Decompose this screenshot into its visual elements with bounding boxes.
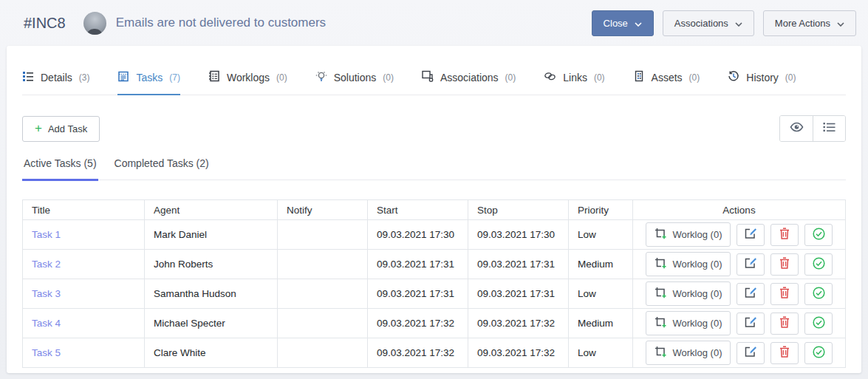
eye-icon: [790, 122, 804, 135]
ticket-detail-card: Details (3) Tasks (7): [7, 46, 861, 373]
assets-icon: [633, 70, 645, 84]
tab-tasks[interactable]: Tasks (7): [117, 70, 180, 95]
tab-count: (7): [169, 72, 180, 83]
worklog-button[interactable]: Worklog (0): [646, 311, 731, 335]
tab-count: (0): [689, 72, 700, 83]
worklog-button[interactable]: Worklog (0): [646, 252, 731, 276]
delete-task-button[interactable]: [770, 313, 799, 335]
edit-task-button[interactable]: [737, 224, 765, 246]
column-header-actions: Actions: [633, 200, 846, 220]
ticket-id: #INC8: [24, 15, 66, 32]
complete-task-button[interactable]: [804, 224, 833, 246]
edit-task-button[interactable]: [737, 313, 765, 335]
requester-avatar: [83, 12, 106, 35]
tasks-icon: [117, 70, 129, 84]
tab-links[interactable]: Links (0): [544, 70, 604, 95]
view-toggle-group: [779, 115, 846, 142]
task-agent: Michael Specter: [145, 309, 278, 338]
tab-associations[interactable]: Associations (0): [422, 70, 516, 95]
tab-count: (0): [383, 72, 394, 83]
tab-solutions[interactable]: Solutions (0): [315, 70, 394, 95]
associations-button-label: Associations: [674, 18, 728, 29]
task-agent: Mark Daniel: [145, 220, 278, 250]
edit-task-button[interactable]: [737, 283, 765, 305]
worklog-button-label: Worklog (0): [673, 229, 722, 240]
task-notify: [278, 250, 368, 279]
task-title-link[interactable]: Task 1: [32, 229, 61, 240]
associations-button[interactable]: Associations: [663, 10, 754, 36]
table-header-row: Title Agent Notify Start Stop Priority A…: [23, 200, 846, 220]
tab-details[interactable]: Details (3): [22, 70, 89, 95]
task-priority: Low: [569, 279, 633, 309]
task-start: 09.03.2021 17:30: [368, 220, 468, 250]
task-notify: [278, 338, 368, 368]
worklog-button-label: Worklog (0): [673, 288, 722, 299]
tab-count: (0): [785, 72, 796, 83]
task-title-link[interactable]: Task 2: [32, 259, 61, 270]
task-title-link[interactable]: Task 3: [32, 288, 61, 299]
table-row: Task 4 Michael Specter 09.03.2021 17:32 …: [23, 309, 846, 338]
more-actions-button-label: More Actions: [775, 18, 830, 29]
table-row: Task 2 John Roberts 09.03.2021 17:31 09.…: [23, 250, 846, 279]
tasks-toolbar: + Add Task: [22, 115, 846, 142]
check-circle-icon: [813, 316, 825, 331]
worklog-button[interactable]: Worklog (0): [646, 222, 731, 247]
edit-icon: [745, 257, 757, 271]
watch-view-button[interactable]: [780, 116, 813, 141]
task-priority: Medium: [569, 250, 633, 279]
table-row: Task 5 Clare White 09.03.2021 17:32 09.0…: [23, 338, 846, 368]
task-title-link[interactable]: Task 4: [32, 318, 61, 329]
links-icon: [544, 70, 556, 84]
add-task-button[interactable]: + Add Task: [22, 116, 100, 142]
main-tabs: Details (3) Tasks (7): [22, 70, 846, 95]
task-stop: 09.03.2021 17:31: [468, 279, 569, 309]
more-actions-button[interactable]: More Actions: [763, 10, 856, 36]
check-circle-icon: [813, 346, 825, 361]
check-circle-icon: [813, 257, 825, 272]
tab-label: Worklogs: [227, 72, 270, 83]
worklog-button-label: Worklog (0): [673, 259, 722, 270]
list-view-button[interactable]: [813, 116, 845, 141]
add-task-label: Add Task: [48, 123, 87, 134]
close-button[interactable]: Close: [592, 10, 654, 36]
delete-task-button[interactable]: [770, 224, 799, 246]
delete-task-button[interactable]: [770, 283, 799, 305]
associations-icon: [422, 70, 434, 84]
column-header-notify: Notify: [278, 200, 368, 220]
complete-task-button[interactable]: [804, 253, 833, 276]
edit-icon: [745, 228, 757, 242]
tab-label: Tasks: [136, 72, 163, 83]
table-row: Task 1 Mark Daniel 09.03.2021 17:30 09.0…: [23, 220, 846, 250]
tab-count: (0): [594, 72, 605, 83]
column-header-stop: Stop: [468, 200, 569, 220]
delete-task-button[interactable]: [770, 253, 799, 276]
subtab-completed-tasks[interactable]: Completed Tasks (2): [113, 154, 211, 181]
task-filter-tabs: Active Tasks (5) Completed Tasks (2): [22, 154, 846, 180]
complete-task-button[interactable]: [804, 313, 833, 335]
edit-task-button[interactable]: [737, 253, 765, 276]
trash-icon: [779, 346, 790, 360]
task-priority: Medium: [569, 309, 633, 338]
worklog-button-label: Worklog (0): [673, 347, 722, 358]
tab-count: (3): [79, 72, 90, 83]
edit-task-button[interactable]: [737, 342, 765, 364]
worklog-button[interactable]: Worklog (0): [646, 341, 731, 365]
task-stop: 09.03.2021 17:31: [468, 250, 569, 279]
tab-label: Solutions: [334, 72, 377, 83]
worklog-button[interactable]: Worklog (0): [646, 281, 731, 306]
subtab-active-tasks[interactable]: Active Tasks (5): [22, 154, 98, 181]
edit-icon: [745, 316, 757, 330]
tab-history[interactable]: History (0): [728, 70, 796, 95]
delete-task-button[interactable]: [770, 342, 799, 364]
task-notify: [278, 309, 368, 338]
complete-task-button[interactable]: [804, 342, 833, 364]
worklog-timer-icon: [655, 346, 667, 360]
worklog-timer-icon: [655, 228, 667, 242]
task-title-link[interactable]: Task 5: [32, 347, 61, 358]
tab-assets[interactable]: Assets (0): [633, 70, 700, 95]
complete-task-button[interactable]: [804, 283, 833, 305]
task-priority: Low: [569, 338, 633, 368]
task-notify: [278, 279, 368, 309]
tab-worklogs[interactable]: Worklogs (0): [208, 70, 287, 95]
tab-count: (0): [276, 72, 287, 83]
